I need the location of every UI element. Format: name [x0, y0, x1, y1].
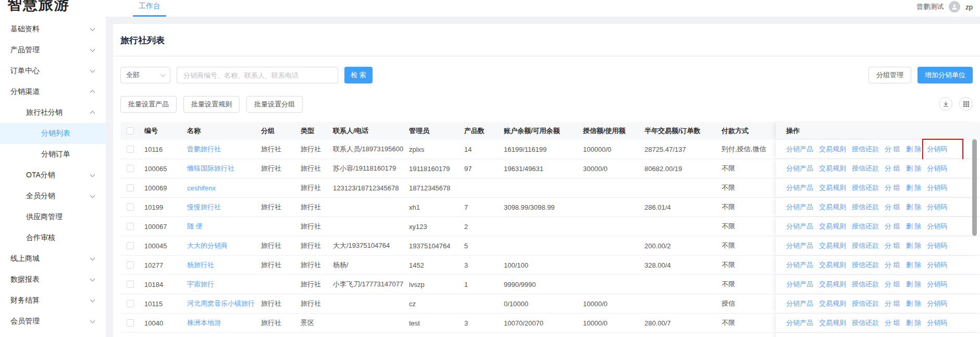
action-group-link[interactable]: 分 组	[885, 183, 900, 192]
row-checkbox[interactable]	[127, 242, 134, 249]
row-checkbox[interactable]	[127, 223, 134, 230]
action-credit-repay-link[interactable]: 授信还款	[852, 145, 879, 154]
sidebar-item-3[interactable]: 订单中心	[0, 61, 106, 81]
action-delete-link[interactable]: 删 除	[906, 260, 922, 270]
sidebar-item-11[interactable]: 合作审核	[0, 227, 106, 248]
action-group-link[interactable]: 分 组	[885, 164, 900, 173]
row-checkbox[interactable]	[127, 203, 134, 211]
sidebar-item-9[interactable]: 全员分销	[0, 186, 106, 207]
cell-name-link[interactable]: 懒猫国际旅行社	[187, 164, 234, 172]
batch-set-rules-button[interactable]: 批量设置规则	[183, 96, 240, 113]
action-group-link[interactable]: 分 组	[885, 299, 900, 308]
action-distribution-products-link[interactable]: 分销产品	[786, 202, 813, 212]
action-distribution-code-link[interactable]: 分销码	[927, 202, 947, 212]
action-trade-rules-link[interactable]: 交易规则	[819, 260, 846, 270]
sidebar-item-2[interactable]: 产品管理	[0, 40, 106, 61]
action-credit-repay-link[interactable]: 授信还款	[852, 260, 879, 270]
action-delete-link[interactable]: 删 除	[906, 222, 922, 231]
cell-name-link[interactable]: 杨旅行社	[187, 261, 214, 269]
cell-name-link[interactable]: 随 便	[187, 222, 203, 230]
action-distribution-code-link[interactable]: 分销码	[927, 318, 947, 328]
action-delete-link[interactable]: 删 除	[906, 280, 922, 289]
action-trade-rules-link[interactable]: 交易规则	[819, 183, 846, 192]
sidebar-item-1[interactable]: 基础资料	[0, 19, 106, 40]
action-delete-link[interactable]: 删 除	[906, 164, 922, 173]
download-button[interactable]	[939, 97, 952, 111]
sidebar-item-5[interactable]: 旅行社分销	[0, 102, 106, 123]
action-distribution-code-link[interactable]: 分销码	[927, 164, 947, 173]
column-settings-button[interactable]	[959, 97, 973, 111]
search-input[interactable]	[177, 67, 338, 83]
action-distribution-code-link[interactable]: 分销码	[927, 260, 947, 270]
action-group-link[interactable]: 分 组	[885, 260, 900, 270]
sidebar-item-4[interactable]: 分销渠道	[0, 81, 106, 102]
action-distribution-products-link[interactable]: 分销产品	[786, 241, 813, 250]
row-checkbox[interactable]	[127, 165, 134, 172]
action-distribution-code-link[interactable]: 分销码	[927, 183, 947, 192]
tab-workbench[interactable]: 工作台	[133, 0, 166, 17]
cell-name-link[interactable]: 大大的分销商	[187, 242, 228, 249]
action-credit-repay-link[interactable]: 授信还款	[852, 318, 879, 328]
action-delete-link[interactable]: 删 除	[906, 318, 922, 328]
cell-name-link[interactable]: 宇宙旅行	[187, 280, 214, 288]
action-credit-repay-link[interactable]: 授信还款	[852, 280, 879, 289]
row-checkbox[interactable]	[127, 300, 134, 307]
action-credit-repay-link[interactable]: 授信还款	[852, 299, 879, 308]
action-credit-repay-link[interactable]: 授信还款	[852, 241, 879, 250]
action-distribution-code-link[interactable]: 分销码	[927, 299, 947, 308]
sidebar-item-13[interactable]: 数据报表	[0, 269, 106, 290]
action-trade-rules-link[interactable]: 交易规则	[819, 202, 846, 212]
user-avatar[interactable]	[949, 1, 960, 13]
action-distribution-code-link[interactable]: 分销码	[927, 280, 947, 289]
action-credit-repay-link[interactable]: 授信还款	[852, 164, 879, 173]
action-credit-repay-link[interactable]: 授信还款	[852, 222, 879, 231]
sidebar-item-12[interactable]: 线上商城	[0, 248, 106, 269]
add-distribution-unit-button[interactable]: 增加分销单位	[917, 67, 973, 83]
action-credit-repay-link[interactable]: 授信还款	[852, 183, 879, 192]
filter-type-select[interactable]: 全部	[120, 67, 170, 83]
action-distribution-products-link[interactable]: 分销产品	[786, 145, 813, 154]
action-distribution-products-link[interactable]: 分销产品	[786, 299, 813, 308]
action-delete-link[interactable]: 删 除	[906, 299, 922, 308]
action-trade-rules-link[interactable]: 交易规则	[819, 145, 846, 154]
action-trade-rules-link[interactable]: 交易规则	[819, 299, 846, 308]
group-manage-button[interactable]: 分组管理	[869, 67, 911, 83]
row-checkbox[interactable]	[127, 281, 134, 288]
action-credit-repay-link[interactable]: 授信还款	[852, 202, 879, 212]
user-name[interactable]: zp	[965, 3, 973, 11]
action-delete-link[interactable]: 删 除	[906, 183, 922, 192]
action-distribution-products-link[interactable]: 分销产品	[786, 280, 813, 289]
sidebar-item-7[interactable]: 分销订单	[0, 144, 106, 165]
cell-name-link[interactable]: 河北周窝音乐小镇旅行	[187, 299, 255, 307]
action-delete-link[interactable]: 删 除	[906, 241, 922, 250]
action-delete-link[interactable]: 删 除	[906, 202, 922, 212]
action-distribution-products-link[interactable]: 分销产品	[786, 222, 813, 231]
action-distribution-code-link[interactable]: 分销码	[927, 222, 947, 231]
action-trade-rules-link[interactable]: 交易规则	[819, 280, 846, 289]
select-all-checkbox[interactable]	[127, 127, 134, 135]
action-group-link[interactable]: 分 组	[885, 222, 900, 231]
row-checkbox[interactable]	[127, 184, 134, 191]
action-group-link[interactable]: 分 组	[885, 202, 900, 212]
cell-name-link[interactable]: 慢慢旅行社	[187, 203, 221, 211]
batch-set-group-button[interactable]: 批量设置分组	[246, 96, 303, 113]
cell-name-link[interactable]: 曾鹏旅行社	[187, 145, 221, 153]
sidebar-item-10[interactable]: 供应商管理	[0, 207, 106, 227]
action-delete-link[interactable]: 删 除	[906, 145, 922, 154]
action-distribution-products-link[interactable]: 分销产品	[786, 260, 813, 270]
action-group-link[interactable]: 分 组	[885, 280, 900, 289]
batch-set-products-button[interactable]: 批量设置产品	[120, 96, 177, 113]
action-distribution-products-link[interactable]: 分销产品	[786, 183, 813, 192]
search-button[interactable]: 检 索	[344, 67, 373, 83]
row-checkbox[interactable]	[127, 261, 134, 269]
action-distribution-code-link[interactable]: 分销码	[927, 241, 947, 250]
action-trade-rules-link[interactable]: 交易规则	[819, 318, 846, 328]
sidebar-item-14[interactable]: 财务结算	[0, 290, 106, 311]
action-group-link[interactable]: 分 组	[885, 241, 900, 250]
action-distribution-products-link[interactable]: 分销产品	[786, 164, 813, 173]
action-trade-rules-link[interactable]: 交易规则	[819, 241, 846, 250]
cell-name-link[interactable]: 株洲本地游	[187, 319, 221, 327]
row-checkbox[interactable]	[127, 146, 134, 153]
cell-name-link[interactable]: ceshifenx	[187, 184, 216, 192]
action-trade-rules-link[interactable]: 交易规则	[819, 164, 846, 173]
